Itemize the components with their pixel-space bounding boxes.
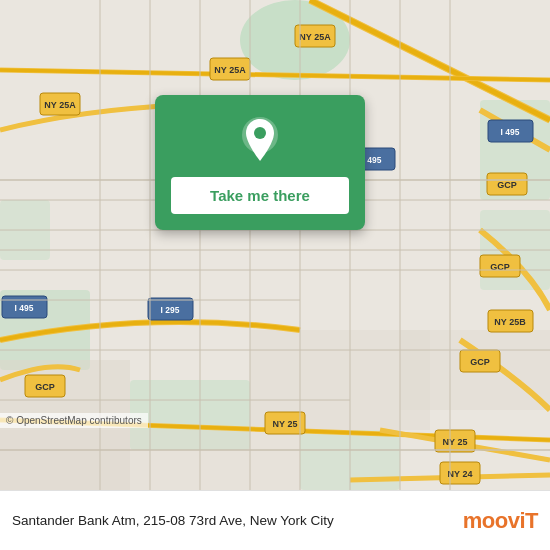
take-me-there-button[interactable]: Take me there: [171, 177, 349, 214]
svg-text:NY 25A: NY 25A: [299, 32, 331, 42]
svg-text:I 495: I 495: [15, 303, 34, 313]
svg-text:I 495: I 495: [363, 155, 382, 165]
map-container: NY 25A NY 25A NY 25A I 495 I 495 GCP GCP…: [0, 0, 550, 490]
osm-attribution: © OpenStreetMap contributors: [0, 413, 148, 428]
svg-text:NY 25A: NY 25A: [44, 100, 76, 110]
osm-attribution-text: © OpenStreetMap contributors: [6, 415, 142, 426]
svg-text:GCP: GCP: [497, 180, 517, 190]
svg-text:GCP: GCP: [470, 357, 490, 367]
svg-text:NY 25: NY 25: [273, 419, 298, 429]
location-card: Take me there: [155, 95, 365, 230]
location-pin-icon: [236, 115, 284, 163]
moovit-logo-text: mooviT: [463, 508, 538, 534]
svg-text:I 495: I 495: [501, 127, 520, 137]
svg-text:NY 25B: NY 25B: [494, 317, 526, 327]
moovit-logo: mooviT: [463, 508, 538, 534]
footer: Santander Bank Atm, 215-08 73rd Ave, New…: [0, 490, 550, 550]
svg-text:I 295: I 295: [161, 305, 180, 315]
svg-point-60: [254, 127, 266, 139]
svg-text:GCP: GCP: [35, 382, 55, 392]
footer-address: Santander Bank Atm, 215-08 73rd Ave, New…: [12, 512, 455, 530]
svg-text:NY 25A: NY 25A: [214, 65, 246, 75]
svg-text:NY 24: NY 24: [448, 469, 473, 479]
svg-text:NY 25: NY 25: [443, 437, 468, 447]
